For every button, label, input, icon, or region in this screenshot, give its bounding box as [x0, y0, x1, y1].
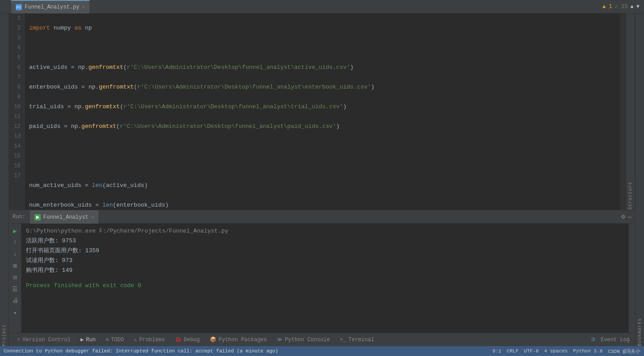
tab-python-console[interactable]: ≫ Python Console — [272, 334, 335, 346]
run-scroll-up-button[interactable]: ↑ — [11, 238, 20, 247]
code-line-5: trial_uids = np.genfromtxt(r'C:\Users\Ad… — [29, 102, 615, 112]
run-filter-button[interactable]: ⊟ — [11, 273, 20, 282]
ok-badge: ✓ 15 — [615, 3, 628, 10]
tab-terminal-label: Terminal — [348, 337, 374, 343]
editor-and-panel: 12345 678910 1112131415 1617 import nump… — [9, 13, 635, 210]
main-area: Project 12345 678910 1112131415 1617 imp… — [0, 13, 644, 346]
editor-tab-bar: py Funnel_Analyst.py × ▲ 1 ✓ 15 ▲ ▼ — [0, 0, 644, 13]
terminal-icon: >_ — [340, 337, 346, 343]
run-out-line-1: 活跃用户数: 9753 — [26, 236, 624, 246]
tab-todo[interactable]: ≡ TODO — [101, 334, 128, 346]
tab-debug[interactable]: 🐞 Debug — [170, 334, 204, 346]
project-sidebar[interactable]: Project — [0, 13, 9, 346]
run-stop-button[interactable]: ▪ — [11, 309, 20, 318]
structure-label[interactable]: Structure — [628, 178, 633, 210]
tab-python-packages-label: Python Packages — [219, 337, 267, 343]
project-label[interactable]: Project — [2, 321, 7, 346]
code-line-3: active_uids = np.genfromtxt(r'C:\Users\A… — [29, 63, 615, 72]
run-tab-name: Funnel_Analyst — [43, 214, 89, 220]
expand-icon[interactable]: ▲ — [631, 4, 634, 10]
code-line-8 — [29, 161, 615, 171]
run-play-button[interactable]: ▶ — [11, 226, 20, 235]
tab-problems[interactable]: ⚠ Problems — [129, 334, 169, 346]
run-label: Run: — [13, 214, 25, 220]
python-file-icon: py — [16, 4, 22, 10]
tab-terminal[interactable]: >_ Terminal — [335, 334, 379, 346]
collapse-icon[interactable]: ▼ — [636, 4, 640, 10]
run-right-tools — [629, 224, 635, 333]
tab-run-label: Run — [86, 337, 96, 343]
code-line-6: paid_uids = np.genfromtxt(r'C:\Users\Adm… — [29, 122, 615, 131]
code-line-4: enterbook_uids = np.genfromtxt(r'C:\User… — [29, 82, 615, 92]
run-scroll-down-button[interactable]: ↓ — [11, 250, 20, 259]
tab-version-control[interactable]: ⑂ Version Control — [13, 334, 75, 346]
tab-event-log[interactable]: ③ Event Log — [587, 336, 631, 343]
tab-version-control-label: Version Control — [22, 337, 71, 343]
editor-tab-filename: Funnel_Analyst.py — [25, 4, 79, 10]
tab-todo-label: TODO — [111, 337, 124, 343]
run-wrap-button[interactable]: ⊞ — [11, 261, 20, 270]
run-print-button[interactable]: 🖨 — [11, 296, 20, 305]
run-tab[interactable]: Funnel_Analyst × — [30, 210, 98, 224]
run-command: G:\Python\python.exe F:/Pycharm/Projects… — [26, 226, 624, 236]
run-settings-button[interactable]: ☰ — [11, 284, 20, 293]
run-exit-message: Process finished with exit code 0 — [26, 281, 624, 291]
status-right: 8:1 CRLF UTF-8 4 spaces Python 3.8 CSDN … — [492, 348, 640, 355]
bottom-tab-bar: ⑂ Version Control ▶ Run ≡ TODO ⚠ Problem… — [9, 333, 635, 346]
run-out-line-2: 打开书籍页面用户数: 1359 — [26, 246, 624, 256]
tab-python-packages[interactable]: 📦 Python Packages — [205, 334, 271, 346]
run-out-line-3: 试读用户数: 973 — [26, 256, 624, 266]
run-tab-bar: Run: Funnel_Analyst × ⚙ — — [9, 210, 635, 224]
editor-scrollbar[interactable] — [620, 13, 626, 210]
indent[interactable]: 4 spaces — [544, 348, 568, 354]
bookmarks-label[interactable]: Bookmarks — [637, 314, 642, 346]
run-panel: Run: Funnel_Analyst × ⚙ — — [9, 210, 635, 333]
encoding[interactable]: UTF-8 — [524, 348, 539, 354]
cursor-position[interactable]: 8:1 — [492, 348, 501, 354]
bottom-right-tabs: ③ Event Log — [587, 336, 631, 343]
editor-tab-close[interactable]: × — [82, 4, 85, 10]
line-numbers: 12345 678910 1112131415 1617 — [9, 13, 25, 210]
warning-badge: ▲ 1 — [602, 4, 612, 10]
version-control-icon: ⑂ — [17, 337, 20, 343]
editor-tab-funnel-analyst[interactable]: py Funnel_Analyst.py × — [11, 0, 89, 13]
run-content-area: ▶ ↑ ↓ ⊞ ⊟ ☰ 🖨 ▪ G:\Python\python.exe F:/… — [9, 224, 635, 333]
tab-run[interactable]: ▶ Run — [76, 334, 100, 346]
code-line-10: num_enterbook_uids = len(enterbook_uids) — [29, 200, 615, 210]
python-version[interactable]: Python 3.8 — [573, 348, 602, 354]
csdn-label: CSDN @冯夫小 — [608, 348, 640, 355]
tab-debug-label: Debug — [184, 337, 200, 343]
run-left-tools: ▶ ↑ ↓ ⊞ ⊟ ☰ 🖨 ▪ — [9, 224, 21, 333]
run-tab-close[interactable]: × — [91, 215, 94, 220]
code-line-2 — [29, 43, 615, 53]
run-out-line-4: 购书用户数: 149 — [26, 266, 624, 275]
tab-problems-label: Problems — [139, 337, 165, 343]
code-content[interactable]: import numpy as np active_uids = np.genf… — [25, 13, 620, 210]
debug-icon: 🐞 — [175, 336, 182, 343]
status-bar: Connection to Python debugger failed: In… — [0, 346, 644, 356]
run-tab-icon — [34, 214, 41, 220]
minimize-icon[interactable]: — — [628, 213, 631, 220]
status-message: Connection to Python debugger failed: In… — [4, 348, 491, 354]
python-console-icon: ≫ — [277, 336, 283, 343]
python-packages-icon: 📦 — [210, 336, 216, 343]
todo-icon: ≡ — [106, 337, 109, 343]
settings-icon[interactable]: ⚙ — [621, 213, 625, 220]
code-editor[interactable]: 12345 678910 1112131415 1617 import nump… — [9, 13, 620, 210]
line-ending[interactable]: CRLF — [507, 348, 518, 354]
editor-container: 12345 678910 1112131415 1617 import nump… — [9, 13, 635, 346]
tab-bar-right: ▲ 1 ✓ 15 ▲ ▼ — [602, 3, 644, 10]
run-icon: ▶ — [80, 336, 84, 343]
run-controls-right: ⚙ — — [621, 213, 635, 220]
bookmarks-sidebar[interactable]: Bookmarks — [635, 13, 644, 346]
code-line-1: import numpy as np — [29, 23, 615, 33]
structure-sidebar[interactable]: Structure — [626, 13, 635, 210]
code-line-7 — [29, 141, 615, 151]
problems-icon: ⚠ — [134, 336, 137, 343]
tab-python-console-label: Python Console — [285, 337, 330, 343]
run-output: G:\Python\python.exe F:/Pycharm/Projects… — [21, 224, 629, 333]
code-line-9: num_active_uids = len(active_uids) — [29, 181, 615, 191]
